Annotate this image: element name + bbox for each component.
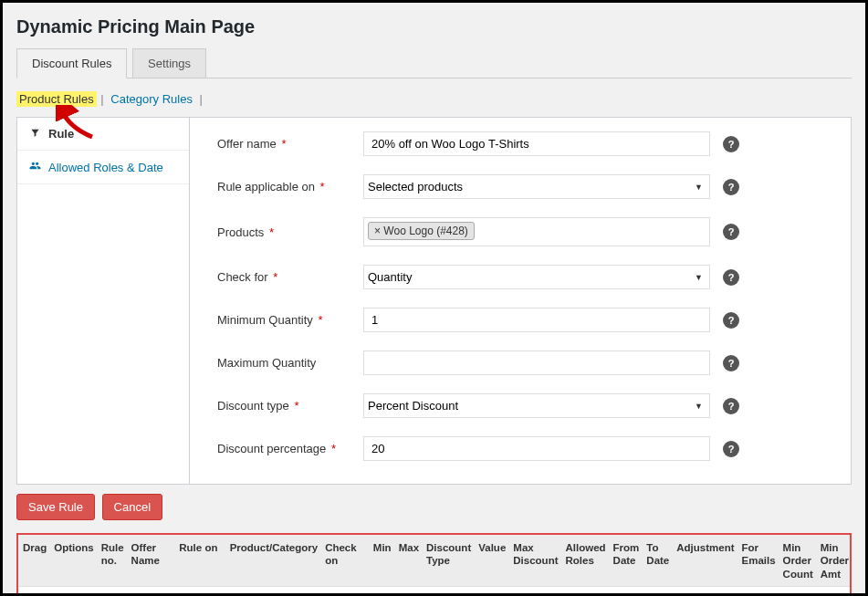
rules-table: Drag Options Rule no. Offer Name Rule on… bbox=[19, 536, 852, 596]
th-allowed-roles: Allowed Roles bbox=[561, 536, 609, 587]
cell-discount-type: Percent Discount bbox=[423, 587, 475, 596]
min-qty-input[interactable] bbox=[363, 308, 710, 332]
cell-rule-on: Products bbox=[175, 587, 225, 596]
table-row: ⋮⋮⋮⋮✎🗑110% off on Woo HoodieProductsWoo … bbox=[19, 587, 852, 596]
cell-offer-name: 10% off on Woo Hoodie bbox=[128, 587, 176, 596]
users-icon bbox=[28, 160, 41, 174]
edit-icon[interactable]: ✎ bbox=[54, 592, 64, 596]
page-title: Dynamic Pricing Main Page bbox=[16, 16, 852, 37]
cell-value: 10 bbox=[475, 587, 509, 596]
tab-discount-rules[interactable]: Discount Rules bbox=[16, 48, 127, 78]
rule-applicable-select[interactable]: Selected products bbox=[363, 174, 710, 199]
subnav: Product Rules | Category Rules | bbox=[16, 92, 852, 106]
actions: Save Rule Cancel bbox=[16, 494, 852, 520]
subnav-product-rules[interactable]: Product Rules bbox=[16, 91, 97, 107]
th-max-discount: Max Discount bbox=[509, 536, 561, 587]
discount-type-select[interactable]: Percent Discount bbox=[363, 393, 710, 418]
th-rule-on: Rule on bbox=[175, 536, 225, 587]
sidebar-item-allowed[interactable]: Allowed Roles & Date bbox=[17, 151, 189, 184]
label-rule-applicable: Rule applicable on * bbox=[217, 180, 363, 193]
th-rule-no: Rule no. bbox=[98, 536, 128, 587]
check-for-select[interactable]: Quantity bbox=[363, 265, 710, 289]
th-options: Options bbox=[50, 536, 97, 587]
label-discount-pct: Discount percentage * bbox=[217, 442, 363, 455]
th-min-order-count: Min Order Count bbox=[779, 536, 817, 587]
th-min-order-amt: Min Order Amt bbox=[817, 536, 852, 587]
help-icon[interactable]: ? bbox=[723, 269, 739, 286]
help-icon[interactable]: ? bbox=[723, 136, 739, 152]
cell-product-category: Woo Hoodie (A101) bbox=[226, 587, 322, 596]
cell-from-date: - bbox=[610, 587, 643, 596]
tab-settings[interactable]: Settings bbox=[132, 48, 206, 78]
cell-to-date: - bbox=[643, 587, 673, 596]
rules-table-wrap: Drag Options Rule no. Offer Name Rule on… bbox=[16, 533, 852, 596]
th-product-category: Product/Category bbox=[226, 536, 322, 587]
cell-allowed-roles: - bbox=[561, 587, 609, 596]
sidebar: Rule Allowed Roles & Date bbox=[16, 117, 190, 485]
label-discount-type: Discount type * bbox=[217, 399, 363, 413]
cell-rule-no: 1 bbox=[98, 587, 128, 596]
th-min: Min bbox=[370, 536, 395, 587]
product-token[interactable]: × Woo Logo (#428) bbox=[368, 222, 475, 240]
help-icon[interactable]: ? bbox=[723, 312, 739, 329]
th-discount-type: Discount Type bbox=[423, 536, 475, 587]
label-min-qty: Minimum Quantity * bbox=[217, 313, 363, 327]
products-token-input[interactable]: × Woo Logo (#428) bbox=[363, 217, 710, 246]
th-drag: Drag bbox=[19, 536, 50, 587]
th-from-date: From Date bbox=[610, 536, 643, 587]
form-area: Offer name * ? Rule applicable on * Sele… bbox=[190, 117, 852, 485]
help-icon[interactable]: ? bbox=[723, 179, 739, 195]
cell-adjustment: - bbox=[673, 587, 737, 596]
th-max: Max bbox=[395, 536, 423, 587]
label-max-qty: Maximum Quantity bbox=[217, 356, 363, 370]
help-icon[interactable]: ? bbox=[723, 441, 739, 457]
filter-icon bbox=[28, 127, 41, 141]
offer-name-input[interactable] bbox=[363, 131, 710, 156]
th-for-emails: For Emails bbox=[738, 536, 779, 587]
cell-max-discount: - bbox=[509, 587, 561, 596]
sidebar-item-rule[interactable]: Rule bbox=[17, 118, 189, 151]
label-check-for: Check for * bbox=[217, 270, 363, 284]
cell-max: 5 bbox=[395, 587, 423, 596]
cell-min-order-count: - bbox=[779, 587, 817, 596]
th-to-date: To Date bbox=[643, 536, 673, 587]
label-products: Products * bbox=[217, 225, 363, 239]
tabs: Discount Rules Settings bbox=[16, 48, 852, 78]
cell-check-on: Quantity bbox=[321, 587, 370, 596]
sidebar-item-label: Rule bbox=[48, 127, 74, 141]
cell-min: 2 bbox=[370, 587, 395, 596]
separator: | bbox=[200, 92, 203, 106]
help-icon[interactable]: ? bbox=[723, 398, 739, 414]
sidebar-item-label: Allowed Roles & Date bbox=[48, 161, 163, 174]
save-button[interactable]: Save Rule bbox=[16, 494, 95, 520]
cancel-button[interactable]: Cancel bbox=[102, 494, 162, 520]
max-qty-input[interactable] bbox=[363, 350, 710, 375]
help-icon[interactable]: ? bbox=[723, 355, 739, 371]
discount-pct-input[interactable] bbox=[363, 436, 710, 461]
cell-min-order-amt: - bbox=[817, 587, 852, 596]
trash-icon[interactable]: 🗑 bbox=[69, 592, 81, 596]
help-icon[interactable]: ? bbox=[723, 224, 739, 240]
label-offer-name: Offer name * bbox=[217, 137, 363, 151]
separator: | bbox=[100, 92, 103, 106]
th-check-on: Check on bbox=[321, 536, 370, 587]
th-value: Value bbox=[475, 536, 509, 587]
th-adjustment: Adjustment bbox=[673, 536, 737, 587]
subnav-category-rules[interactable]: Category Rules bbox=[108, 91, 195, 107]
cell-for-emails: - bbox=[738, 587, 779, 596]
th-offer-name: Offer Name bbox=[128, 536, 176, 587]
